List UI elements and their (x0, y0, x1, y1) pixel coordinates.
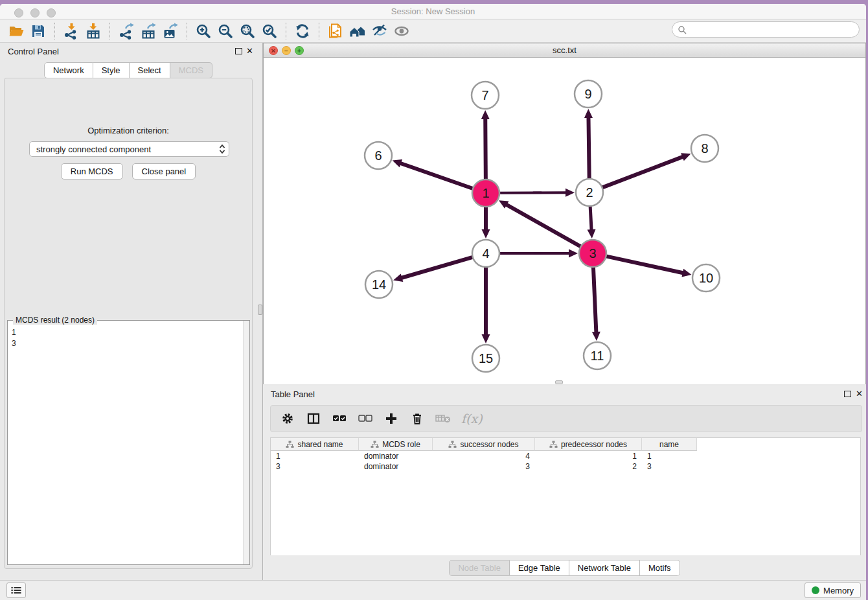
network-window-title: scc.txt (264, 45, 865, 55)
edge-3-1[interactable] (499, 200, 580, 246)
open-file-icon[interactable] (5, 20, 27, 42)
close-panel-button[interactable]: Close panel (132, 163, 196, 179)
table-cell[interactable]: dominator (359, 461, 433, 472)
edge-4-14[interactable] (393, 257, 472, 282)
float-panel-icon[interactable] (235, 48, 242, 54)
splitter-handle[interactable] (258, 305, 262, 315)
node-2[interactable]: 2 (576, 179, 603, 206)
table-cell[interactable]: 3 (642, 461, 697, 472)
column-header-shared-name[interactable]: shared name (271, 438, 359, 451)
result-scrollbar[interactable] (243, 321, 249, 564)
node-4[interactable]: 4 (472, 240, 499, 267)
column-header-MCDS-role[interactable]: MCDS role (359, 438, 433, 451)
node-label: 7 (481, 88, 488, 102)
column-settings-icon[interactable] (280, 411, 295, 426)
node-label: 3 (589, 246, 596, 260)
table-cell[interactable]: dominator (359, 451, 433, 461)
zoom-fit-icon[interactable] (236, 20, 258, 42)
node-3[interactable]: 3 (579, 240, 606, 267)
export-image-icon[interactable] (159, 20, 181, 42)
add-column-icon[interactable] (383, 411, 399, 426)
table-cell[interactable]: 3 (433, 461, 535, 472)
node-label: 4 (482, 246, 489, 260)
clear-table-icon[interactable] (435, 411, 451, 426)
zoom-selected-icon[interactable] (258, 20, 280, 42)
tab-network-table[interactable]: Network Table (569, 560, 640, 576)
node-1[interactable]: 1 (472, 179, 499, 207)
import-table-icon[interactable] (82, 20, 104, 42)
table-row[interactable]: 1dominator411 (271, 451, 860, 461)
edge-4-15[interactable] (482, 268, 490, 343)
zoom-in-icon[interactable] (192, 20, 214, 42)
run-mcds-button[interactable]: Run MCDS (61, 163, 123, 179)
tab-network[interactable]: Network (44, 62, 93, 78)
table-cell[interactable]: 4 (433, 451, 535, 461)
vertical-splitter[interactable] (257, 43, 263, 580)
show-panel-icon[interactable] (391, 20, 413, 42)
table-cell[interactable]: 3 (271, 461, 359, 472)
float-table-panel-icon[interactable] (844, 391, 851, 397)
zoom-out-icon[interactable] (214, 20, 236, 42)
save-session-icon[interactable] (27, 20, 49, 42)
column-label: shared name (297, 440, 343, 449)
edge-3-10[interactable] (606, 257, 691, 277)
edge-label (533, 192, 542, 194)
tab-edge-table[interactable]: Edge Table (510, 560, 569, 576)
close-panel-icon[interactable]: ✕ (246, 46, 253, 56)
edge-2-9[interactable] (584, 109, 593, 178)
close-table-panel-icon[interactable]: ✕ (856, 389, 863, 398)
node-7[interactable]: 7 (472, 82, 499, 109)
table-row[interactable]: 3dominator323 (271, 461, 860, 472)
node-6[interactable]: 6 (365, 142, 392, 169)
tab-style[interactable]: Style (93, 62, 130, 78)
column-header-name[interactable]: name (642, 438, 697, 451)
task-history-button[interactable] (6, 583, 26, 598)
optimization-criterion-select[interactable]: strongly connected component (29, 141, 229, 157)
control-panel-header: Control Panel ✕ (0, 43, 257, 60)
column-header-predecessor-nodes[interactable]: predecessor nodes (535, 438, 642, 451)
edge-2-3[interactable] (588, 207, 596, 238)
share-document-icon[interactable] (325, 20, 347, 42)
tab-select[interactable]: Select (130, 62, 170, 78)
tab-motifs[interactable]: Motifs (640, 560, 680, 576)
edge-2-8[interactable] (603, 153, 691, 187)
node-10[interactable]: 10 (692, 264, 720, 292)
refresh-icon[interactable] (291, 20, 314, 42)
memory-button[interactable]: Memory (805, 583, 861, 598)
node-8[interactable]: 8 (691, 135, 718, 162)
node-14[interactable]: 14 (365, 271, 393, 298)
export-network-icon[interactable] (115, 20, 137, 42)
edge-1-4[interactable] (482, 207, 490, 238)
table-cell[interactable]: 1 (535, 451, 642, 461)
table-cell[interactable]: 1 (642, 451, 697, 461)
table-cell[interactable]: 1 (271, 451, 359, 461)
delete-column-icon[interactable] (409, 411, 425, 426)
network-canvas[interactable]: 7968124314101511 (264, 58, 865, 384)
home-layout-icon[interactable] (347, 20, 369, 42)
table-cell[interactable]: 2 (535, 461, 642, 472)
export-table-icon[interactable] (137, 20, 159, 42)
edge-4-3[interactable] (500, 249, 578, 258)
tab-node-table[interactable]: Node Table (449, 560, 510, 576)
tab-mcds[interactable]: MCDS (170, 62, 212, 78)
mcds-result-box: MCDS result (2 nodes) 13 (7, 320, 250, 565)
import-network-icon[interactable] (60, 20, 82, 42)
edge-3-11[interactable] (592, 268, 600, 341)
search-input[interactable] (687, 24, 859, 36)
hide-panel-icon[interactable] (369, 20, 391, 42)
edge-1-6[interactable] (393, 159, 473, 189)
column-header-successor-nodes[interactable]: successor nodes (433, 438, 535, 451)
node-9[interactable]: 9 (575, 80, 602, 108)
horizontal-splitter-handle[interactable] (555, 380, 563, 384)
node-table[interactable]: shared nameMCDS rolesuccessor nodesprede… (270, 437, 861, 555)
edge-1-7[interactable] (481, 110, 490, 179)
deselect-all-icon[interactable] (358, 411, 373, 426)
function-builder-icon[interactable]: f(x) (461, 411, 483, 426)
node-label: 10 (699, 271, 713, 285)
column-type-icon (286, 441, 294, 448)
split-panel-icon[interactable] (306, 411, 321, 426)
select-all-icon[interactable] (332, 411, 347, 426)
node-11[interactable]: 11 (584, 342, 611, 369)
edge-1-2[interactable] (500, 189, 575, 197)
node-15[interactable]: 15 (472, 345, 499, 372)
